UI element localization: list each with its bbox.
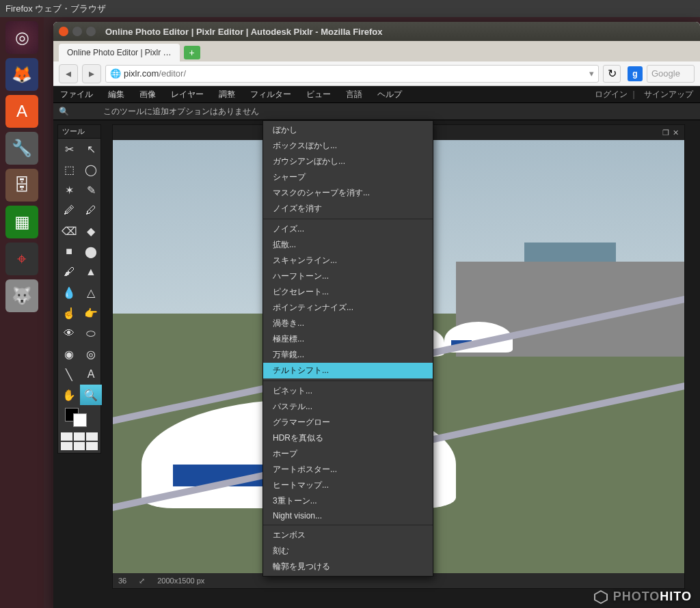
forward-button[interactable]: ▸	[82, 64, 101, 83]
launcher-dash-icon[interactable]: ◎	[5, 21, 38, 54]
filter-menu-item[interactable]: HDRを真似る	[263, 430, 433, 446]
filter-menu-item[interactable]: ホープ	[263, 446, 433, 462]
menu-adjust[interactable]: 調整	[219, 89, 235, 100]
menu-layer[interactable]: レイヤー	[171, 89, 204, 100]
filter-menu-item[interactable]: グラマーグロー	[263, 415, 433, 430]
filter-menu-item[interactable]: 3重トーン...	[263, 493, 433, 509]
tool-item[interactable]: 💧	[58, 282, 80, 303]
tool-item[interactable]: 🖊	[80, 200, 102, 221]
filter-menu-item[interactable]: パステル...	[263, 399, 433, 415]
canvas-size: 2000x1500 px	[157, 577, 204, 585]
filter-menu-item[interactable]: 刻む	[263, 543, 433, 559]
browser-tab[interactable]: Online Photo Editor | Pixlr …	[59, 44, 180, 61]
filter-menu-item[interactable]: チルトシフト...	[263, 363, 433, 378]
menu-view[interactable]: ビュー	[306, 89, 331, 100]
filter-menu-item[interactable]: ポインティンナイズ...	[263, 300, 433, 316]
filter-menu-item[interactable]: ピクセレート...	[263, 284, 433, 300]
filter-menu-item[interactable]: 極座標...	[263, 331, 433, 347]
watermark-a: PHOTO	[613, 590, 660, 603]
filter-menu-item[interactable]: ぼかし	[263, 122, 433, 138]
filter-menu-item[interactable]: スキャンライン...	[263, 253, 433, 268]
search-box[interactable]: Google	[647, 65, 695, 83]
menu-filter[interactable]: フィルター	[250, 89, 291, 100]
filter-menu-item[interactable]: ノイズを消す	[263, 201, 433, 217]
tool-item[interactable]: ⬭	[80, 323, 102, 344]
tool-item[interactable]: ✎	[80, 180, 102, 200]
menu-file[interactable]: ファイル	[60, 89, 93, 100]
magnifier-icon: 🔍	[59, 107, 69, 116]
desktop-titlebar: Firefox ウェブ・ブラウザ	[0, 0, 700, 17]
canvas-close-icon[interactable]: ✕	[671, 128, 680, 137]
zoom-icon[interactable]: ⤢	[139, 577, 145, 585]
pixlr-menubar: ファイル 編集 画像 レイヤー 調整 フィルター ビュー 言語 ヘルプ ログイン…	[53, 86, 700, 102]
tools-grid: ✂↖⬚◯✶✎🖉🖊⌫◆■⬤🖌▲💧△☝👉👁⬭◉◎╲A✋🔍	[58, 139, 100, 405]
dropdown-icon[interactable]: ▾	[589, 68, 594, 79]
window-maximize-button[interactable]	[86, 27, 96, 36]
filter-menu-item[interactable]: アートポスター...	[263, 462, 433, 478]
new-tab-button[interactable]: +	[184, 46, 200, 59]
tool-item[interactable]: ■	[58, 241, 80, 262]
tool-item[interactable]: A	[80, 364, 102, 385]
filter-menu-item[interactable]: ビネット...	[263, 383, 433, 399]
launcher-calc-icon[interactable]: ▦	[5, 206, 38, 238]
tool-item[interactable]: △	[80, 282, 102, 303]
filter-menu-item[interactable]: マスクのシャープを消す...	[263, 185, 433, 201]
signup-link[interactable]: サインアップ	[644, 89, 693, 99]
google-search-icon[interactable]: g	[628, 66, 643, 81]
tool-item[interactable]: 👉	[80, 303, 102, 323]
tool-item[interactable]: 👁	[58, 323, 80, 344]
filter-menu-item[interactable]: 輪郭を見つける	[263, 559, 433, 575]
filter-menu-item[interactable]: ハーフトーン...	[263, 268, 433, 284]
window-close-button[interactable]	[59, 27, 68, 36]
tool-item[interactable]: ↖	[80, 139, 102, 159]
firefox-window: Online Photo Editor | Pixlr Editor | Aut…	[53, 22, 700, 608]
filter-menu-item[interactable]: エンボス	[263, 527, 433, 543]
filter-menu-item[interactable]: ヒートマップ...	[263, 478, 433, 493]
filter-menu-item[interactable]: シャープ	[263, 169, 433, 185]
launcher-firefox-icon[interactable]: 🦊	[5, 58, 38, 91]
tool-item[interactable]: ⌫	[58, 221, 80, 241]
menu-language[interactable]: 言語	[346, 89, 362, 100]
launcher-gimp-icon[interactable]: 🐺	[5, 279, 38, 312]
back-button[interactable]: ◂	[59, 64, 78, 83]
menu-image[interactable]: 画像	[139, 89, 156, 100]
background-color[interactable]	[73, 413, 87, 427]
canvas-restore-icon[interactable]: ❐	[661, 128, 671, 137]
login-link[interactable]: ログイン	[595, 89, 628, 99]
filter-menu-item[interactable]: ボックスぼかし...	[263, 138, 433, 154]
filter-menu-item[interactable]: 万華鏡...	[263, 347, 433, 363]
filter-menu-item[interactable]: 渦巻き...	[263, 316, 433, 331]
tool-item[interactable]: ⬚	[58, 159, 80, 180]
tool-item[interactable]: ◆	[80, 221, 102, 241]
options-bar: 🔍 このツールに追加オプションはありません	[53, 102, 700, 120]
menu-edit[interactable]: 編集	[108, 89, 124, 100]
filter-menu-item[interactable]: ガウシアンぼかし...	[263, 154, 433, 169]
filter-menu-item[interactable]: ノイズ...	[263, 221, 433, 237]
url-path: /editor/	[159, 68, 186, 79]
tool-item[interactable]: ◯	[80, 159, 102, 180]
tool-item[interactable]: ◉	[58, 344, 80, 364]
tool-item[interactable]: 🔍	[80, 385, 102, 405]
menu-help[interactable]: ヘルプ	[377, 89, 402, 100]
launcher-target-icon[interactable]: ⌖	[5, 243, 38, 275]
tool-item[interactable]: ✶	[58, 180, 80, 200]
launcher-software-icon[interactable]: A	[5, 95, 38, 128]
tool-item[interactable]: ▲	[80, 262, 102, 282]
tool-item[interactable]: ✋	[58, 385, 80, 405]
tool-item[interactable]: ╲	[58, 364, 80, 385]
tool-item[interactable]: ☝	[58, 303, 80, 323]
color-swatch[interactable]	[58, 405, 100, 430]
reload-button[interactable]: ↻	[603, 65, 621, 83]
tool-item[interactable]: ◎	[80, 344, 102, 364]
window-minimize-button[interactable]	[72, 27, 82, 36]
tool-item[interactable]: ✂	[58, 139, 80, 159]
tool-item[interactable]: ⬤	[80, 241, 102, 262]
filter-menu-item[interactable]: Night vision...	[263, 509, 433, 523]
launcher-files-icon[interactable]: 🗄	[5, 169, 38, 202]
tool-item[interactable]: 🖉	[58, 200, 80, 221]
tool-item[interactable]: 🖌	[58, 262, 80, 282]
filter-menu-item[interactable]: 拡散...	[263, 237, 433, 253]
launcher-settings-icon[interactable]: 🔧	[5, 132, 38, 165]
options-text: このツールに追加オプションはありません	[103, 106, 259, 118]
url-bar[interactable]: 🌐 pixlr.com/editor/ ▾	[105, 65, 599, 83]
